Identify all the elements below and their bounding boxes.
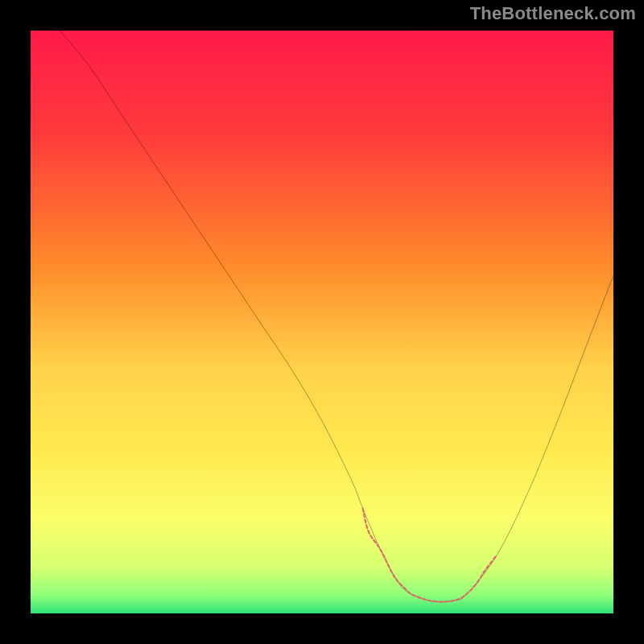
gradient-background: [31, 31, 613, 613]
attribution-label: TheBottleneck.com: [470, 3, 636, 24]
chart-container: TheBottleneck.com: [0, 0, 644, 644]
bottleneck-chart: [31, 31, 613, 613]
